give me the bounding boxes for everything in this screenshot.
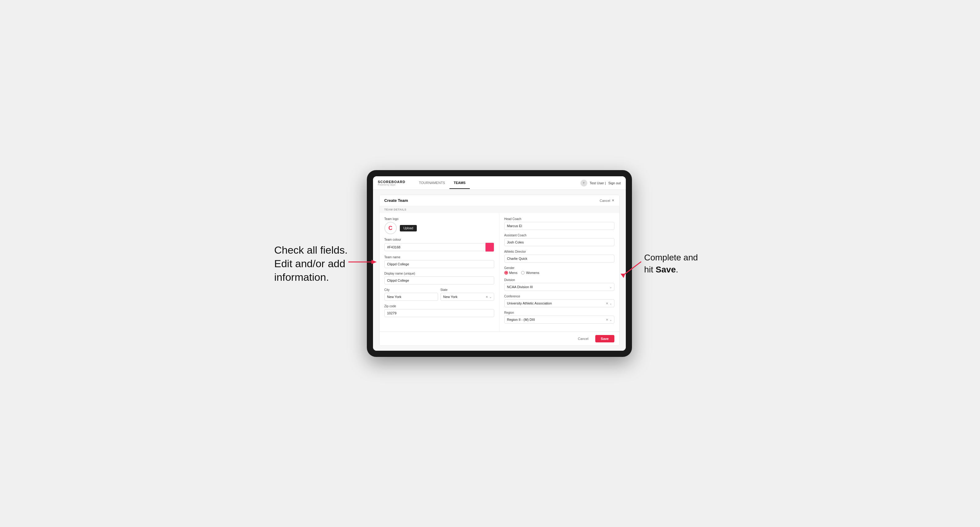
head-coach-input[interactable] — [504, 222, 614, 230]
gender-group: Gender Mens — [504, 266, 614, 275]
display-name-label: Display name (unique) — [384, 272, 494, 275]
conference-clear-icon[interactable]: ✕ — [606, 302, 608, 305]
team-logo-group: Team logo C Upload — [384, 217, 494, 234]
annotation-left: Check all fields. Edit and/or add inform… — [274, 243, 355, 284]
city-input[interactable] — [384, 293, 438, 301]
svg-line-2 — [623, 262, 641, 276]
main-content: Create Team Cancel ✕ TEAM DETAILS — [373, 190, 626, 351]
form-left: Team logo C Upload Team colo — [380, 213, 500, 332]
conference-group: Conference University Athletic Associati… — [504, 295, 614, 307]
conference-select[interactable]: University Athletic Association — [504, 299, 614, 307]
athletic-director-group: Athletic Director — [504, 250, 614, 263]
womens-label: Womens — [526, 271, 539, 275]
svg-marker-3 — [620, 274, 625, 278]
athletic-director-label: Athletic Director — [504, 250, 614, 253]
cancel-button[interactable]: Cancel — [574, 335, 593, 342]
gender-womens[interactable]: Womens — [521, 271, 539, 275]
brand: SCOREBOARD Powered by clippd — [378, 180, 406, 186]
team-colour-group: Team colour — [384, 238, 494, 252]
team-logo-label: Team logo — [384, 217, 494, 221]
form-header: Create Team Cancel ✕ — [380, 195, 619, 206]
division-label: Division — [504, 278, 614, 282]
state-group: State New York ✕ ⌄ — [441, 288, 494, 301]
svg-marker-1 — [371, 260, 377, 264]
gender-options: Mens Womens — [504, 271, 614, 275]
zip-input[interactable] — [384, 309, 494, 317]
close-button[interactable]: Cancel ✕ — [600, 198, 614, 203]
division-select-wrapper: NCAA Division III ⌄ — [504, 283, 614, 291]
zip-label: Zip code — [384, 305, 494, 308]
team-name-input[interactable] — [384, 260, 494, 268]
username: Test User | — [590, 181, 606, 185]
assistant-coach-label: Assistant Coach — [504, 233, 614, 237]
save-button[interactable]: Save — [595, 335, 614, 342]
color-group — [384, 243, 494, 252]
athletic-director-input[interactable] — [504, 254, 614, 263]
team-name-label: Team name — [384, 256, 494, 259]
navbar: SCOREBOARD Powered by clippd TOURNAMENTS… — [373, 176, 626, 190]
region-select[interactable]: Region II - (M) DIII — [504, 316, 614, 324]
mens-label: Mens — [509, 271, 518, 275]
form-footer: Cancel Save — [380, 332, 619, 346]
region-select-wrapper: Region II - (M) DIII ✕ ⌄ — [504, 316, 614, 324]
note-right-bold: Save — [656, 265, 676, 274]
avatar: T — [581, 180, 587, 186]
note-right-end: . — [676, 265, 678, 274]
region-clear-icon[interactable]: ✕ — [606, 318, 608, 321]
state-clear-icon[interactable]: ✕ — [485, 295, 488, 298]
zip-group: Zip code — [384, 305, 494, 317]
womens-radio-button[interactable] — [521, 271, 525, 275]
annotation-right: Complete and hit Save. — [644, 251, 706, 276]
gender-label: Gender — [504, 266, 614, 270]
color-swatch[interactable] — [485, 243, 494, 252]
state-select-wrapper: New York ✕ ⌄ — [441, 293, 494, 301]
head-coach-group: Head Coach — [504, 217, 614, 230]
region-label: Region — [504, 311, 614, 314]
team-name-group: Team name — [384, 256, 494, 268]
team-colour-label: Team colour — [384, 238, 494, 241]
upload-button[interactable]: Upload — [400, 225, 417, 232]
sign-out-link[interactable]: Sign out — [608, 181, 620, 185]
tablet-frame: SCOREBOARD Powered by clippd TOURNAMENTS… — [367, 170, 632, 357]
section-header: TEAM DETAILS — [380, 206, 619, 213]
close-icon: ✕ — [612, 198, 614, 203]
display-name-group: Display name (unique) — [384, 272, 494, 284]
city-state-row: City State New York ✕ — [384, 288, 494, 301]
state-label: State — [441, 288, 494, 292]
form-body: Team logo C Upload Team colo — [380, 213, 619, 332]
assistant-coach-input[interactable] — [504, 238, 614, 246]
nav-teams[interactable]: TEAMS — [449, 177, 470, 189]
form-right: Head Coach Assistant Coach Athletic Dire… — [500, 213, 619, 332]
nav-tournaments[interactable]: TOURNAMENTS — [415, 177, 449, 189]
division-select[interactable]: NCAA Division III — [504, 283, 614, 291]
nav-user: T Test User | Sign out — [581, 180, 621, 186]
gender-mens[interactable]: Mens — [504, 271, 518, 275]
conference-label: Conference — [504, 295, 614, 298]
logo-section: C Upload — [384, 222, 494, 234]
mens-radio-button[interactable] — [504, 271, 508, 275]
conference-select-wrapper: University Athletic Association ✕ ⌄ — [504, 299, 614, 307]
region-group: Region Region II - (M) DIII ✕ ⌄ — [504, 311, 614, 324]
team-logo-circle: C — [384, 222, 397, 234]
city-label: City — [384, 288, 438, 292]
city-group: City — [384, 288, 438, 301]
color-input[interactable] — [384, 243, 485, 251]
division-group: Division NCAA Division III ⌄ — [504, 278, 614, 291]
display-name-input[interactable] — [384, 276, 494, 284]
form-container: Create Team Cancel ✕ TEAM DETAILS — [379, 195, 620, 346]
head-coach-label: Head Coach — [504, 217, 614, 221]
form-title: Create Team — [384, 198, 408, 203]
brand-title: SCOREBOARD — [378, 180, 406, 184]
nav-links: TOURNAMENTS TEAMS — [415, 177, 574, 189]
brand-subtitle: Powered by clippd — [378, 184, 406, 186]
assistant-coach-group: Assistant Coach — [504, 233, 614, 246]
